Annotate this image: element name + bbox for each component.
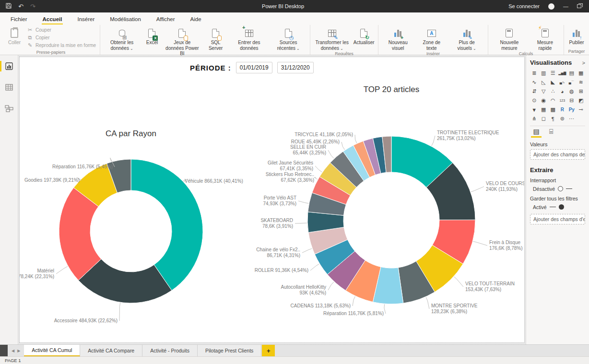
add-page-button[interactable]: + <box>262 345 275 356</box>
copy-button[interactable]: ⧉Copier <box>27 35 96 41</box>
donut-label-ROLLER: ROLLER 91,36K (4,54%) <box>255 268 308 273</box>
table-icon[interactable]: ▦ <box>540 106 548 114</box>
excel-icon: X <box>153 35 158 41</box>
line-and-clustered-column-chart-icon[interactable]: ▄⌒ <box>567 78 576 86</box>
clipboard-icon <box>11 28 18 38</box>
refresh-button[interactable]: ↻ Actualiser <box>352 26 376 46</box>
more-visuals-icon[interactable]: ⋯ <box>567 115 576 123</box>
next-page-icon[interactable]: ▶ <box>17 349 20 353</box>
transform-data-button[interactable]: ✎ Transformer les données⌄ <box>312 26 352 51</box>
new-visual-button[interactable]: + Nouveau visuel <box>380 26 415 51</box>
r-script-visual-icon[interactable]: R <box>558 106 567 114</box>
report-page[interactable]: PÉRIODE : 01/01/2019 31/12/2020 CA par R… <box>19 57 525 343</box>
decomposition-tree-icon[interactable]: ⋔ <box>530 115 539 123</box>
100-stacked-bar-chart-icon[interactable]: ▤ <box>567 69 576 77</box>
matrix-icon[interactable]: ▩ <box>549 106 557 114</box>
power-bi-datasets-button[interactable]: Jeux de données Power BI <box>163 26 202 57</box>
area-chart-icon[interactable]: ◺ <box>540 78 548 86</box>
funnel-chart-icon[interactable]: ▽ <box>540 87 548 95</box>
stacked-area-chart-icon[interactable]: ◣ <box>549 78 557 86</box>
minimize-button[interactable]: — <box>563 4 568 9</box>
ribbon-group-queries: ✎ Transformer les données⌄ ↻ Actualiser … <box>310 25 378 55</box>
line-chart-icon[interactable]: ∿ <box>530 78 539 86</box>
python-visual-icon[interactable]: Py <box>567 106 576 114</box>
menu-tab-inserer[interactable]: Insérer <box>71 14 101 25</box>
report-view-button[interactable] <box>0 60 18 72</box>
fields-pane-tab[interactable]: ▤ <box>531 128 542 138</box>
page-tab-activite-produits[interactable]: Activité - Produits <box>142 345 198 356</box>
donut-chart-icon[interactable]: ◍ <box>567 87 576 95</box>
clustered-column-chart-icon[interactable]: ▂▅▇ <box>558 69 567 77</box>
page-tab-pilotage-prest-clients[interactable]: Pilotage Prest Clients <box>198 345 261 356</box>
slicer-icon[interactable]: ▼ <box>530 106 539 114</box>
format-painter-button[interactable]: ✎Reproduire la mise en forme <box>27 42 96 48</box>
label-leader-line <box>295 223 307 223</box>
data-view-button[interactable] <box>0 81 18 94</box>
menu-tab-accueil[interactable]: Accueil <box>36 14 69 25</box>
menu-tab-aide[interactable]: Aide <box>184 14 208 25</box>
get-data-button[interactable]: ⊞ Obtenir les données⌄ <box>102 26 141 51</box>
page-tab-activite-ca-cumul[interactable]: Activité CA Cumul <box>24 345 80 356</box>
multi-row-card-icon[interactable]: ⊟ <box>567 96 576 105</box>
waterfall-chart-icon[interactable]: ⇵ <box>530 87 539 95</box>
text-box-button[interactable]: A Zone de texte <box>415 26 448 51</box>
card-icon[interactable]: 123 <box>558 96 567 105</box>
key-influencers-icon[interactable]: ⊸ <box>577 106 586 114</box>
label-leader-line <box>302 248 312 253</box>
menu-tab-afficher[interactable]: Afficher <box>150 14 182 25</box>
treemap-icon[interactable]: ⊞ <box>577 87 586 95</box>
undo-icon[interactable]: ↶ <box>18 3 24 10</box>
sign-in-button[interactable]: Se connecter <box>508 3 540 9</box>
filled-map-icon[interactable]: ◉ <box>540 96 548 105</box>
line-and-stacked-column-chart-icon[interactable]: ▄∿ <box>558 78 567 86</box>
cross-report-toggle[interactable]: Désactivé <box>533 186 585 192</box>
scatter-chart-icon[interactable]: ∴ <box>549 87 557 95</box>
avatar[interactable] <box>548 3 554 10</box>
new-measure-button[interactable]: Nouvelle mesure <box>490 26 529 51</box>
arcgis-map-icon[interactable]: ⊚ <box>558 115 567 123</box>
redo-icon[interactable]: ↷ <box>30 3 35 10</box>
label-leader-line <box>342 142 345 150</box>
donut-label-Stickers Fluo Retroec..: Stickers Fluo Retroec..67,62K (3,36%) <box>266 172 314 183</box>
stacked-column-chart-icon[interactable]: ▥ <box>540 69 548 77</box>
kpi-icon[interactable]: ◩ <box>577 96 586 105</box>
cut-button[interactable]: ✂Couper <box>27 27 96 33</box>
model-view-button[interactable] <box>0 102 18 115</box>
enter-data-button[interactable]: + Entrer des données <box>230 26 269 51</box>
save-icon[interactable] <box>6 3 12 10</box>
sql-server-button[interactable]: SQL Server <box>202 26 230 51</box>
refresh-icon: ↻ <box>365 35 369 40</box>
ribbon-chart-icon[interactable]: ≋ <box>577 78 586 86</box>
page-tab-activite-ca-compare[interactable]: Activité CA Compare <box>80 345 142 356</box>
pie-chart-icon[interactable]: ◕ <box>558 87 567 95</box>
add-drillthrough-fields-well[interactable]: Ajouter des champs d'extr... <box>530 214 585 224</box>
quick-measure-button[interactable]: ⚡ Mesure rapide <box>529 26 562 51</box>
donut-label-VELO TOUT-TERRAIN: VELO TOUT-TERRAIN153,43K (7,63%) <box>465 281 515 292</box>
smart-narrative-icon[interactable]: ¶ <box>549 115 557 123</box>
recent-sources-button[interactable]: ◷ Sources récentes⌄ <box>269 26 308 51</box>
menu-tab-modelisation[interactable]: Modélisation <box>103 14 148 25</box>
q-and-a-visual-icon[interactable]: ◻ <box>540 115 548 123</box>
gauge-icon[interactable]: ◠ <box>549 96 557 105</box>
keep-filters-toggle[interactable]: Activé <box>533 204 585 210</box>
toggle-on-icon <box>559 204 564 210</box>
brush-icon: ✎ <box>27 42 33 48</box>
publish-button[interactable]: ↑ Publier <box>566 26 587 46</box>
donut-label-Goodies: Goodies 197,39K (9,21%) <box>24 177 80 183</box>
clustered-bar-chart-icon[interactable]: ☰ <box>549 69 557 77</box>
100-stacked-column-chart-icon[interactable]: ▦ <box>577 69 586 77</box>
more-visuals-button[interactable]: ✎ Plus de visuels⌄ <box>448 26 486 51</box>
collapse-panel-icon[interactable]: > <box>582 60 585 66</box>
prev-page-icon[interactable]: ◀ <box>12 349 14 353</box>
excel-button[interactable]: X Excel <box>141 26 163 46</box>
map-icon[interactable]: ⊙ <box>530 96 539 105</box>
restore-button[interactable] <box>577 4 581 9</box>
menu-tab-fichier[interactable]: Fichier <box>4 14 34 25</box>
stacked-bar-chart-icon[interactable]: ≣ <box>530 69 539 77</box>
page-tab-bar: ◀ ▶ Activité CA Cumul Activité CA Compar… <box>0 344 589 356</box>
paste-button[interactable]: Coller <box>4 26 25 46</box>
ribbon: Coller ✂Couper ⧉Copier ✎Reproduire la mi… <box>0 25 589 55</box>
format-pane-tab[interactable]: ⌸ <box>549 128 553 138</box>
add-data-fields-well[interactable]: Ajouter des champs de don... <box>530 149 585 160</box>
pencil-icon: ✎ <box>468 35 472 40</box>
